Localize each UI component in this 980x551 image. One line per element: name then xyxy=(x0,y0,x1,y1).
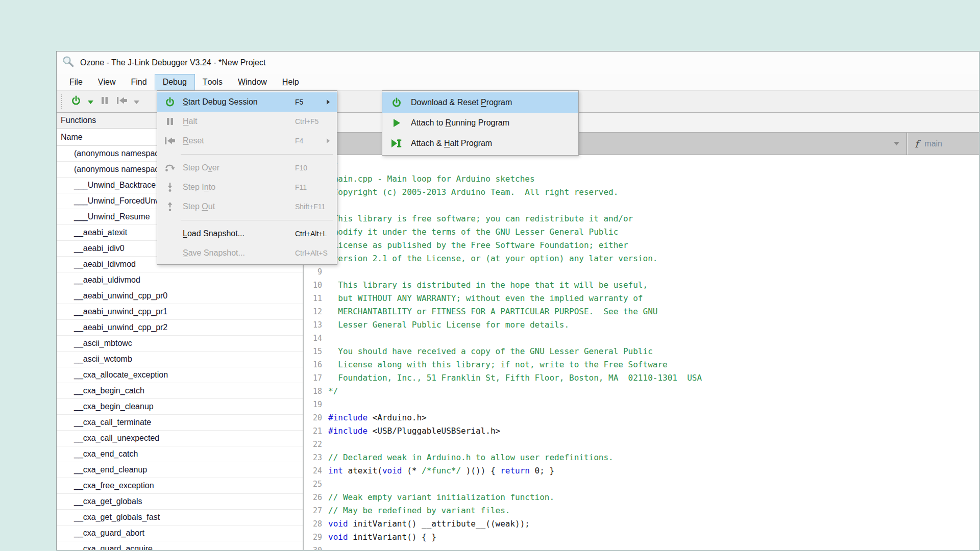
halt-button[interactable] xyxy=(98,94,111,109)
menu-item-halt[interactable]: HaltCtrl+F5 xyxy=(157,112,337,131)
function-row[interactable]: __cxa_allocate_exception xyxy=(57,367,303,383)
code-line: 9 xyxy=(304,265,979,279)
code-text: but WITHOUT ANY WARRANTY; without even t… xyxy=(328,292,643,305)
toolbar-drag-handle[interactable] xyxy=(61,94,63,109)
function-row[interactable]: __cxa_begin_catch xyxy=(57,383,303,399)
line-number[interactable]: 21 xyxy=(304,424,322,438)
line-number[interactable]: 18 xyxy=(304,385,322,398)
line-number[interactable]: 22 xyxy=(304,438,322,451)
code-line: 8 version 2.1 of the License, or (at you… xyxy=(304,252,979,265)
start-debug-button-dropdown[interactable] xyxy=(87,94,94,109)
code-line: 26// Weak empty variant initialization f… xyxy=(304,491,979,504)
line-number[interactable]: 27 xyxy=(304,504,322,517)
menubar-item-find[interactable]: Find xyxy=(123,74,154,90)
function-row[interactable]: __cxa_end_cleanup xyxy=(57,462,303,478)
magnifier-icon xyxy=(62,55,75,70)
line-number[interactable]: 10 xyxy=(304,279,322,292)
code-text: This library is free software; you can r… xyxy=(328,212,633,226)
submenu-item-attach-halt-program[interactable]: Attach & Halt Program xyxy=(382,133,578,154)
menu-item-label: Load Snapshot... xyxy=(183,229,295,238)
code-text: modify it under the terms of the GNU Les… xyxy=(328,226,618,239)
function-row[interactable]: __cxa_begin_cleanup xyxy=(57,399,303,415)
line-number[interactable]: 26 xyxy=(304,491,322,504)
play-icon xyxy=(382,118,411,128)
code-text: // Declared weak in Arduino.h to allow u… xyxy=(328,451,614,464)
menu-item-label: Step Out xyxy=(183,202,295,211)
menu-item-reset[interactable]: ResetF4 xyxy=(157,131,337,151)
function-row[interactable]: __aeabi_unwind_cpp_pr2 xyxy=(57,320,303,336)
function-row[interactable]: __cxa_get_globals_fast xyxy=(57,510,303,525)
line-number[interactable]: 23 xyxy=(304,451,322,464)
current-function-selector[interactable]: main xyxy=(924,139,942,148)
line-number[interactable]: 14 xyxy=(304,332,322,345)
code-line: 2 main.cpp - Main loop for Arduino sketc… xyxy=(304,172,979,186)
submenu-item-attach-to-running-program[interactable]: Attach to Running Program xyxy=(382,113,578,133)
function-row[interactable]: __ascii_mbtowc xyxy=(57,336,303,352)
menu-item-shortcut: Shift+F11 xyxy=(295,203,327,211)
menu-item-step-into[interactable]: Step IntoF11 xyxy=(157,178,337,197)
line-number[interactable]: 29 xyxy=(304,531,322,544)
line-number[interactable]: 16 xyxy=(304,358,322,371)
debug-menu-popup: Start Debug SessionF5HaltCtrl+F5ResetF4S… xyxy=(157,90,337,265)
menubar-item-tools[interactable]: Tools xyxy=(195,74,230,90)
line-number[interactable]: 12 xyxy=(304,305,322,318)
code-text: License as published by the Free Softwar… xyxy=(328,239,628,252)
menu-item-save-snapshot[interactable]: Save Snapshot...Ctrl+Alt+S xyxy=(157,243,337,263)
menu-item-load-snapshot[interactable]: Load Snapshot...Ctrl+Alt+L xyxy=(157,224,337,243)
code-line: 10 This library is distributed in the ho… xyxy=(304,279,979,292)
function-row[interactable]: __ascii_wctomb xyxy=(57,352,303,367)
function-row[interactable]: __aeabi_uldivmod xyxy=(57,272,303,288)
reset-button[interactable] xyxy=(115,94,129,109)
function-row[interactable]: __cxa_call_unexpected xyxy=(57,431,303,446)
code-line: 25 xyxy=(304,478,979,491)
menubar-item-view[interactable]: View xyxy=(90,74,124,90)
function-row[interactable]: __cxa_guard_acquire xyxy=(57,541,303,550)
menubar-item-file[interactable]: File xyxy=(62,74,90,90)
menu-item-shortcut: F10 xyxy=(295,164,327,172)
line-number[interactable]: 17 xyxy=(304,371,322,385)
line-number[interactable]: 13 xyxy=(304,318,322,332)
menu-item-step-over[interactable]: Step OverF10 xyxy=(157,158,337,178)
source-editor: f main 1/*2 main.cpp - Main loop for Ard… xyxy=(304,113,979,550)
start-debug-button[interactable] xyxy=(69,94,83,109)
code-text: // Weak empty variant initialization fun… xyxy=(328,491,554,504)
chevron-down-icon[interactable] xyxy=(894,142,899,145)
function-row[interactable]: __cxa_get_globals xyxy=(57,494,303,510)
function-row[interactable]: __cxa_call_terminate xyxy=(57,415,303,431)
line-number[interactable]: 15 xyxy=(304,345,322,358)
function-row[interactable]: __aeabi_unwind_cpp_pr1 xyxy=(57,304,303,320)
code-text: Copyright (c) 2005-2013 Arduino Team. Al… xyxy=(328,186,618,199)
power-icon xyxy=(157,96,183,108)
menubar-item-window[interactable]: Window xyxy=(230,74,275,90)
code-line: 1/* xyxy=(304,159,979,172)
line-number[interactable]: 19 xyxy=(304,398,322,411)
menu-item-label: Step Into xyxy=(183,183,295,192)
line-number[interactable]: 28 xyxy=(304,517,322,531)
code-text: // May be redefined by variant files. xyxy=(328,504,510,517)
menu-item-start-debug-session[interactable]: Start Debug SessionF5 xyxy=(157,92,337,112)
step-over-icon xyxy=(157,163,183,173)
code-text: Lesser General Public License for more d… xyxy=(328,318,569,332)
menu-item-label: Save Snapshot... xyxy=(183,248,295,258)
line-number[interactable]: 9 xyxy=(304,265,322,279)
function-row[interactable]: __cxa_free_exception xyxy=(57,478,303,494)
code-line: 5 This library is free software; you can… xyxy=(304,212,979,226)
function-row[interactable]: __aeabi_unwind_cpp_pr0 xyxy=(57,288,303,304)
code-text: */ xyxy=(328,385,338,398)
line-number[interactable]: 20 xyxy=(304,411,322,424)
line-number[interactable]: 25 xyxy=(304,478,322,491)
play-halt-icon xyxy=(382,138,411,148)
reset-button-dropdown[interactable] xyxy=(133,94,140,109)
reset-icon xyxy=(116,96,128,107)
menubar-item-help[interactable]: Help xyxy=(275,74,307,90)
menu-item-step-out[interactable]: Step OutShift+F11 xyxy=(157,197,337,216)
function-row[interactable]: __cxa_end_catch xyxy=(57,446,303,462)
submenu-item-download-reset-program[interactable]: Download & Reset Program xyxy=(382,92,578,113)
code-line: 7 License as published by the Free Softw… xyxy=(304,239,979,252)
menubar-item-debug[interactable]: Debug xyxy=(155,74,195,90)
line-number[interactable]: 11 xyxy=(304,292,322,305)
code-line: 27// May be redefined by variant files. xyxy=(304,504,979,517)
function-row[interactable]: __cxa_guard_abort xyxy=(57,525,303,541)
line-number[interactable]: 24 xyxy=(304,464,322,478)
line-number[interactable]: 30 xyxy=(304,544,322,550)
